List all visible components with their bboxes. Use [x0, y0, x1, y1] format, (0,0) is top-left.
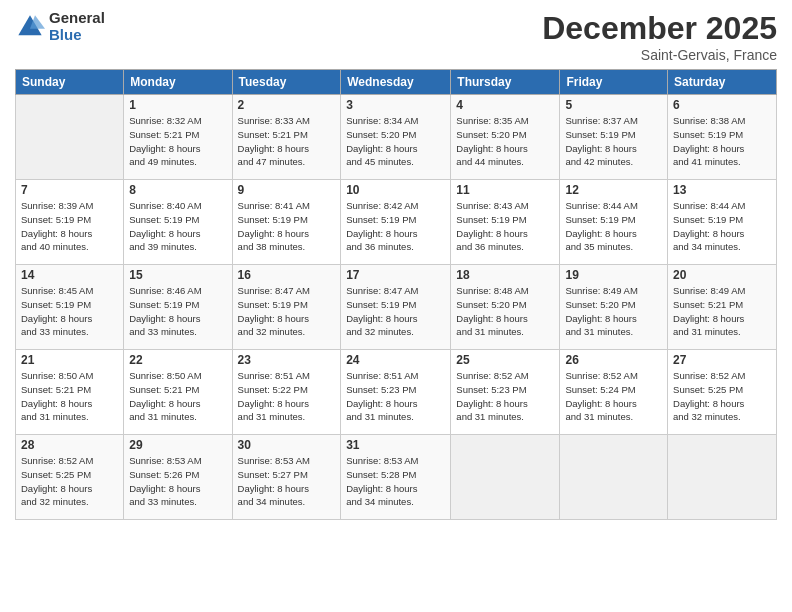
col-friday: Friday	[560, 70, 668, 95]
table-row: 28Sunrise: 8:52 AMSunset: 5:25 PMDayligh…	[16, 435, 124, 520]
day-number: 17	[346, 268, 445, 282]
day-number: 9	[238, 183, 336, 197]
table-row: 5Sunrise: 8:37 AMSunset: 5:19 PMDaylight…	[560, 95, 668, 180]
day-number: 13	[673, 183, 771, 197]
header: General Blue December 2025 Saint-Gervais…	[15, 10, 777, 63]
table-row: 25Sunrise: 8:52 AMSunset: 5:23 PMDayligh…	[451, 350, 560, 435]
logo-blue-text: Blue	[49, 27, 105, 44]
day-number: 18	[456, 268, 554, 282]
day-info: Sunrise: 8:33 AMSunset: 5:21 PMDaylight:…	[238, 114, 336, 169]
day-number: 15	[129, 268, 226, 282]
table-row: 11Sunrise: 8:43 AMSunset: 5:19 PMDayligh…	[451, 180, 560, 265]
day-number: 8	[129, 183, 226, 197]
table-row: 19Sunrise: 8:49 AMSunset: 5:20 PMDayligh…	[560, 265, 668, 350]
day-info: Sunrise: 8:50 AMSunset: 5:21 PMDaylight:…	[129, 369, 226, 424]
day-info: Sunrise: 8:42 AMSunset: 5:19 PMDaylight:…	[346, 199, 445, 254]
day-number: 29	[129, 438, 226, 452]
calendar-week-4: 21Sunrise: 8:50 AMSunset: 5:21 PMDayligh…	[16, 350, 777, 435]
logo-text: General Blue	[49, 10, 105, 43]
day-number: 28	[21, 438, 118, 452]
day-info: Sunrise: 8:48 AMSunset: 5:20 PMDaylight:…	[456, 284, 554, 339]
logo: General Blue	[15, 10, 105, 43]
day-info: Sunrise: 8:50 AMSunset: 5:21 PMDaylight:…	[21, 369, 118, 424]
day-info: Sunrise: 8:35 AMSunset: 5:20 PMDaylight:…	[456, 114, 554, 169]
day-info: Sunrise: 8:37 AMSunset: 5:19 PMDaylight:…	[565, 114, 662, 169]
logo-general-text: General	[49, 10, 105, 27]
table-row: 20Sunrise: 8:49 AMSunset: 5:21 PMDayligh…	[668, 265, 777, 350]
month-title: December 2025	[542, 10, 777, 47]
location-subtitle: Saint-Gervais, France	[542, 47, 777, 63]
table-row: 26Sunrise: 8:52 AMSunset: 5:24 PMDayligh…	[560, 350, 668, 435]
table-row: 18Sunrise: 8:48 AMSunset: 5:20 PMDayligh…	[451, 265, 560, 350]
day-number: 11	[456, 183, 554, 197]
col-monday: Monday	[124, 70, 232, 95]
day-info: Sunrise: 8:47 AMSunset: 5:19 PMDaylight:…	[346, 284, 445, 339]
table-row: 7Sunrise: 8:39 AMSunset: 5:19 PMDaylight…	[16, 180, 124, 265]
day-info: Sunrise: 8:52 AMSunset: 5:23 PMDaylight:…	[456, 369, 554, 424]
day-info: Sunrise: 8:49 AMSunset: 5:21 PMDaylight:…	[673, 284, 771, 339]
title-area: December 2025 Saint-Gervais, France	[542, 10, 777, 63]
col-thursday: Thursday	[451, 70, 560, 95]
day-info: Sunrise: 8:32 AMSunset: 5:21 PMDaylight:…	[129, 114, 226, 169]
day-info: Sunrise: 8:51 AMSunset: 5:23 PMDaylight:…	[346, 369, 445, 424]
calendar-table: Sunday Monday Tuesday Wednesday Thursday…	[15, 69, 777, 520]
day-number: 25	[456, 353, 554, 367]
day-number: 22	[129, 353, 226, 367]
table-row: 21Sunrise: 8:50 AMSunset: 5:21 PMDayligh…	[16, 350, 124, 435]
day-info: Sunrise: 8:53 AMSunset: 5:27 PMDaylight:…	[238, 454, 336, 509]
day-info: Sunrise: 8:52 AMSunset: 5:25 PMDaylight:…	[21, 454, 118, 509]
table-row: 16Sunrise: 8:47 AMSunset: 5:19 PMDayligh…	[232, 265, 341, 350]
day-number: 16	[238, 268, 336, 282]
day-number: 12	[565, 183, 662, 197]
col-wednesday: Wednesday	[341, 70, 451, 95]
table-row: 17Sunrise: 8:47 AMSunset: 5:19 PMDayligh…	[341, 265, 451, 350]
day-number: 27	[673, 353, 771, 367]
day-info: Sunrise: 8:44 AMSunset: 5:19 PMDaylight:…	[673, 199, 771, 254]
table-row	[451, 435, 560, 520]
day-info: Sunrise: 8:39 AMSunset: 5:19 PMDaylight:…	[21, 199, 118, 254]
calendar-week-1: 1Sunrise: 8:32 AMSunset: 5:21 PMDaylight…	[16, 95, 777, 180]
day-info: Sunrise: 8:51 AMSunset: 5:22 PMDaylight:…	[238, 369, 336, 424]
col-sunday: Sunday	[16, 70, 124, 95]
day-info: Sunrise: 8:52 AMSunset: 5:24 PMDaylight:…	[565, 369, 662, 424]
day-info: Sunrise: 8:44 AMSunset: 5:19 PMDaylight:…	[565, 199, 662, 254]
table-row: 4Sunrise: 8:35 AMSunset: 5:20 PMDaylight…	[451, 95, 560, 180]
logo-icon	[15, 12, 45, 42]
day-number: 7	[21, 183, 118, 197]
table-row	[560, 435, 668, 520]
day-info: Sunrise: 8:45 AMSunset: 5:19 PMDaylight:…	[21, 284, 118, 339]
table-row: 29Sunrise: 8:53 AMSunset: 5:26 PMDayligh…	[124, 435, 232, 520]
day-number: 5	[565, 98, 662, 112]
table-row: 8Sunrise: 8:40 AMSunset: 5:19 PMDaylight…	[124, 180, 232, 265]
calendar-week-5: 28Sunrise: 8:52 AMSunset: 5:25 PMDayligh…	[16, 435, 777, 520]
day-number: 31	[346, 438, 445, 452]
day-info: Sunrise: 8:49 AMSunset: 5:20 PMDaylight:…	[565, 284, 662, 339]
day-number: 1	[129, 98, 226, 112]
table-row: 23Sunrise: 8:51 AMSunset: 5:22 PMDayligh…	[232, 350, 341, 435]
day-number: 26	[565, 353, 662, 367]
table-row: 30Sunrise: 8:53 AMSunset: 5:27 PMDayligh…	[232, 435, 341, 520]
col-tuesday: Tuesday	[232, 70, 341, 95]
day-info: Sunrise: 8:53 AMSunset: 5:26 PMDaylight:…	[129, 454, 226, 509]
table-row: 31Sunrise: 8:53 AMSunset: 5:28 PMDayligh…	[341, 435, 451, 520]
calendar-week-2: 7Sunrise: 8:39 AMSunset: 5:19 PMDaylight…	[16, 180, 777, 265]
calendar-header-row: Sunday Monday Tuesday Wednesday Thursday…	[16, 70, 777, 95]
day-number: 19	[565, 268, 662, 282]
table-row	[668, 435, 777, 520]
table-row: 9Sunrise: 8:41 AMSunset: 5:19 PMDaylight…	[232, 180, 341, 265]
day-number: 23	[238, 353, 336, 367]
day-number: 30	[238, 438, 336, 452]
col-saturday: Saturday	[668, 70, 777, 95]
day-number: 4	[456, 98, 554, 112]
table-row: 27Sunrise: 8:52 AMSunset: 5:25 PMDayligh…	[668, 350, 777, 435]
day-info: Sunrise: 8:34 AMSunset: 5:20 PMDaylight:…	[346, 114, 445, 169]
table-row	[16, 95, 124, 180]
day-info: Sunrise: 8:41 AMSunset: 5:19 PMDaylight:…	[238, 199, 336, 254]
day-number: 14	[21, 268, 118, 282]
day-info: Sunrise: 8:46 AMSunset: 5:19 PMDaylight:…	[129, 284, 226, 339]
table-row: 6Sunrise: 8:38 AMSunset: 5:19 PMDaylight…	[668, 95, 777, 180]
table-row: 10Sunrise: 8:42 AMSunset: 5:19 PMDayligh…	[341, 180, 451, 265]
table-row: 24Sunrise: 8:51 AMSunset: 5:23 PMDayligh…	[341, 350, 451, 435]
page: General Blue December 2025 Saint-Gervais…	[0, 0, 792, 612]
day-number: 6	[673, 98, 771, 112]
